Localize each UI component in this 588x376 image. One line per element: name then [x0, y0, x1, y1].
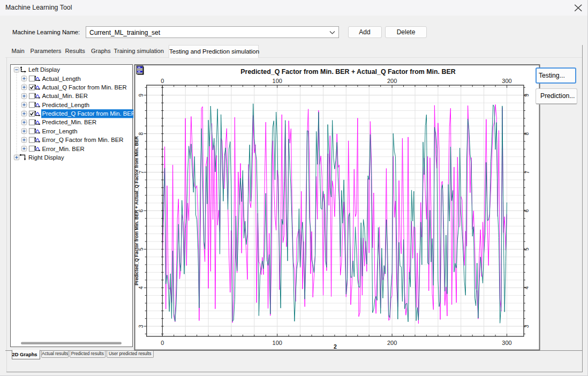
svg-text:4: 4 — [524, 286, 530, 289]
svg-text:5: 5 — [524, 247, 530, 251]
svg-text:5: 5 — [139, 247, 145, 251]
svg-text:3: 3 — [139, 325, 145, 328]
svg-text:300: 300 — [502, 78, 511, 84]
svg-text:3: 3 — [524, 325, 530, 328]
svg-text:Predicted_Q Factor from Min. B: Predicted_Q Factor from Min. BER + Actua… — [134, 136, 139, 285]
svg-text:100: 100 — [273, 340, 282, 346]
svg-text:0: 0 — [161, 340, 164, 346]
svg-text:7: 7 — [524, 170, 530, 174]
svg-text:8: 8 — [524, 132, 530, 135]
svg-text:9: 9 — [139, 93, 145, 96]
svg-text:0: 0 — [161, 78, 164, 84]
svg-text:6: 6 — [524, 209, 530, 212]
svg-text:Predicted_Q Factor from Min. B: Predicted_Q Factor from Min. BER + Actua… — [240, 68, 455, 76]
svg-text:6: 6 — [139, 209, 145, 212]
svg-text:200: 200 — [387, 340, 397, 346]
svg-text:300: 300 — [502, 340, 511, 346]
svg-text:4: 4 — [139, 286, 145, 289]
svg-text:9: 9 — [524, 93, 530, 96]
svg-text:7: 7 — [139, 170, 145, 174]
svg-text:8: 8 — [139, 132, 145, 135]
svg-text:200: 200 — [387, 78, 397, 84]
svg-text:2: 2 — [334, 343, 337, 350]
svg-text:100: 100 — [273, 78, 282, 84]
